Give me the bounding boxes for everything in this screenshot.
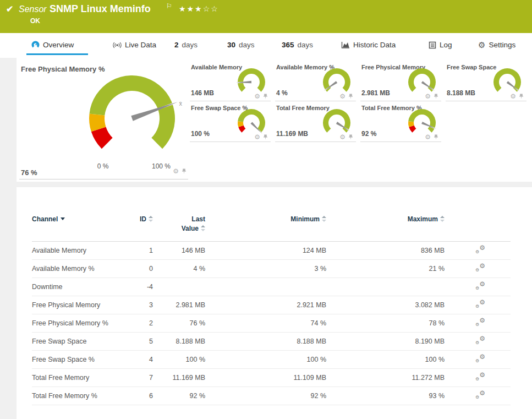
- sensor-title: SNMP Linux Meminfo: [50, 3, 151, 15]
- gauge-tile-free-swap-space[interactable]: Free Swap Space 8.188 MB ⚙: [446, 62, 526, 101]
- tile-controls: ⚙: [254, 93, 268, 100]
- cell-channel: Available Memory %: [32, 259, 136, 277]
- table-row: Available Memory 1 146 MB 124 MB 836 MB …: [32, 241, 511, 259]
- pin-icon[interactable]: [433, 134, 439, 140]
- sensor-header: ✔ Sensor SNMP Linux Meminfo ⚐ ★★★☆☆ OK: [0, 0, 532, 33]
- gear-icon[interactable]: ⚙: [510, 93, 516, 100]
- pin-icon[interactable]: [518, 94, 524, 100]
- tab-label: Live Data: [125, 41, 156, 49]
- cell-channel: Total Free Memory %: [32, 387, 136, 405]
- gauge-icon: [31, 41, 40, 49]
- gear-icon[interactable]: ⚙: [425, 93, 431, 100]
- tab-bar: Overview Live Data 2 days 30 days 365 da…: [0, 33, 532, 58]
- channel-table-panel: Channel ID LastValue Minimum Maximum Ava…: [17, 187, 532, 419]
- channel-settings-icon[interactable]: ⚙⚙: [475, 245, 485, 254]
- gear-icon[interactable]: ⚙: [339, 134, 345, 140]
- svg-text:x̄: x̄: [179, 100, 182, 107]
- gauge-value: 2.981 MB: [361, 89, 390, 97]
- pin-icon[interactable]: [348, 134, 354, 140]
- sort-caret-icon[interactable]: [61, 217, 65, 220]
- gear-icon[interactable]: ⚙: [339, 93, 345, 100]
- priority-stars[interactable]: ★★★☆☆: [179, 4, 219, 13]
- table-row: Total Free Memory 7 11.169 MB 11.109 MB …: [32, 368, 511, 387]
- gauge-tile-available-memory-pct[interactable]: Available Memory % 4 % ⚙: [275, 62, 356, 101]
- priority-flag-icon[interactable]: ⚐: [166, 2, 172, 10]
- channel-settings-icon[interactable]: ⚙⚙: [475, 281, 485, 290]
- tab-overview[interactable]: Overview: [31, 41, 74, 49]
- channel-settings-icon[interactable]: ⚙⚙: [475, 336, 485, 345]
- cell-channel: Available Memory: [32, 241, 136, 259]
- tab-label: Log: [440, 41, 452, 49]
- col-header-id[interactable]: ID: [136, 210, 153, 241]
- tab-log[interactable]: Log: [429, 41, 452, 49]
- tab-label: Historic Data: [353, 41, 396, 49]
- pin-icon[interactable]: [262, 134, 268, 140]
- gear-icon[interactable]: ⚙: [173, 168, 179, 175]
- gauge-value: 100 %: [191, 130, 210, 138]
- live-icon: [113, 41, 122, 49]
- tile-controls: ⚙: [510, 93, 524, 100]
- cell-channel: Downtime: [32, 277, 136, 296]
- channel-settings-icon[interactable]: ⚙⚙: [475, 300, 485, 308]
- table-header-row: Channel ID LastValue Minimum Maximum: [32, 210, 511, 241]
- pin-icon[interactable]: [348, 94, 354, 100]
- object-kind-label: Sensor: [19, 4, 47, 14]
- table-row: Available Memory % 0 4 % 3 % 21 % ⚙⚙: [32, 259, 511, 277]
- channel-settings-icon[interactable]: ⚙⚙: [475, 318, 485, 327]
- gauge-value: 8.188 MB: [447, 89, 475, 97]
- col-header-maximum[interactable]: Maximum: [326, 210, 445, 241]
- pin-icon[interactable]: [262, 94, 268, 100]
- tab-365-days[interactable]: 365 days: [282, 41, 313, 49]
- chart-icon: [341, 41, 350, 49]
- tab-settings[interactable]: ⚙ Settings: [478, 41, 515, 49]
- tab-30-days[interactable]: 30 days: [227, 41, 255, 49]
- table-row: Free Physical Memory 3 2.981 MB 2.921 MB…: [32, 296, 511, 314]
- primary-gauge: x̄: [73, 72, 191, 160]
- tab-historic-data[interactable]: Historic Data: [341, 41, 396, 49]
- channel-settings-icon[interactable]: ⚙⚙: [475, 390, 485, 399]
- gauge-tile-free-swap-space-pct[interactable]: Free Swap Space % 100 % ⚙: [190, 103, 271, 142]
- gear-icon[interactable]: ⚙: [425, 134, 431, 140]
- sort-arrows-icon[interactable]: [149, 216, 153, 222]
- table-row: Free Swap Space % 4 100 % 100 % 100 % ⚙⚙: [32, 350, 511, 368]
- channel-settings-icon[interactable]: ⚙⚙: [475, 372, 485, 381]
- primary-gauge-tile[interactable]: Free Physical Memory % x̄ 0 % 100 % 76 %…: [19, 62, 188, 179]
- gear-icon[interactable]: ⚙: [254, 134, 260, 140]
- sort-arrows-icon[interactable]: [322, 216, 326, 222]
- sort-arrows-icon[interactable]: [440, 216, 445, 222]
- channel-settings-icon[interactable]: ⚙⚙: [475, 263, 485, 272]
- gauge-tile-free-physical-memory[interactable]: Free Physical Memory 2.981 MB ⚙: [360, 62, 441, 101]
- col-header-actions: [445, 210, 511, 241]
- gauge-title: Free Swap Space: [447, 64, 497, 70]
- log-icon: [429, 41, 436, 49]
- cell-channel: Total Free Memory: [32, 368, 136, 387]
- col-header-last-value[interactable]: LastValue: [153, 210, 205, 241]
- sort-arrows-icon[interactable]: [201, 225, 205, 231]
- table-row: Total Free Memory % 6 92 % 92 % 93 % ⚙⚙: [32, 387, 511, 405]
- channel-table: Channel ID LastValue Minimum Maximum Ava…: [32, 210, 511, 405]
- tile-controls: ⚙: [339, 93, 354, 100]
- tab-2-days[interactable]: 2 days: [174, 41, 198, 49]
- gauge-value: 11.169 MB: [276, 130, 308, 138]
- gear-icon[interactable]: ⚙: [254, 93, 260, 100]
- gauge-tile-total-free-memory[interactable]: Total Free Memory 11.169 MB ⚙: [275, 103, 356, 142]
- cell-channel: Free Swap Space: [32, 332, 136, 350]
- tab-live-data[interactable]: Live Data: [113, 41, 156, 49]
- tile-controls: ⚙: [425, 134, 439, 140]
- col-header-minimum[interactable]: Minimum: [205, 210, 326, 241]
- primary-gauge-value: 76 %: [21, 168, 37, 177]
- table-row: Free Physical Memory % 2 76 % 74 % 78 % …: [32, 314, 511, 332]
- gauge-tile-total-free-memory-pct[interactable]: Total Free Memory % 92 % ⚙: [360, 103, 441, 142]
- gauges-panel: Free Physical Memory % x̄ 0 % 100 % 76 %…: [17, 58, 532, 182]
- tile-controls: ⚙: [254, 134, 268, 140]
- active-tab-underline: [26, 53, 88, 55]
- cell-channel: Free Physical Memory: [32, 296, 136, 314]
- settings-gear-icon: ⚙: [478, 41, 485, 49]
- col-header-channel[interactable]: Channel: [32, 210, 136, 241]
- pin-icon[interactable]: [433, 94, 439, 100]
- gauge-tile-available-memory[interactable]: Available Memory 146 MB ⚙: [190, 62, 271, 101]
- pin-icon[interactable]: [181, 168, 187, 175]
- tile-controls: ⚙: [173, 168, 187, 175]
- channel-settings-icon[interactable]: ⚙⚙: [475, 354, 485, 363]
- gauge-value: 146 MB: [191, 89, 214, 97]
